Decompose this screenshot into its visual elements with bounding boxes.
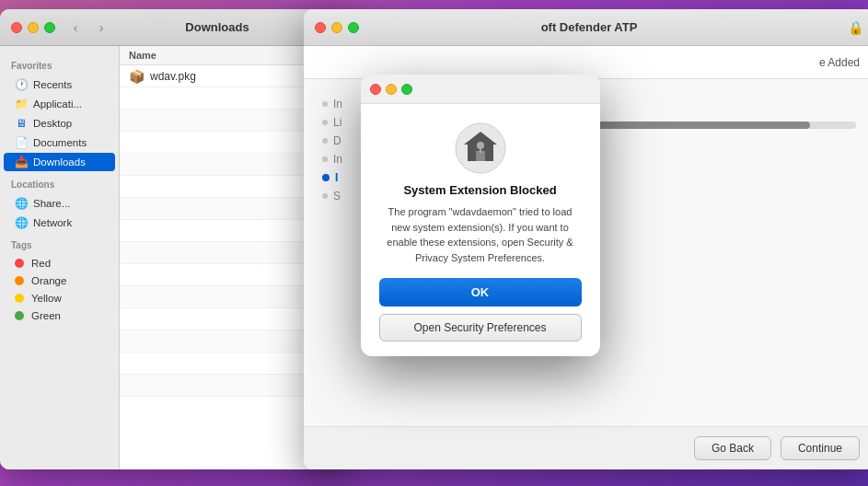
modal-traffic-lights xyxy=(370,84,412,95)
modal-minimize-button[interactable] xyxy=(386,84,397,95)
system-extension-dialog: System Extension Blocked The program "wd… xyxy=(361,75,600,356)
ok-button[interactable]: OK xyxy=(379,278,582,307)
modal-message: The program "wdavdaemon" tried to load n… xyxy=(379,204,582,265)
modal-title: System Extension Blocked xyxy=(403,183,556,197)
modal-titlebar xyxy=(361,75,600,104)
modal-overlay: System Extension Blocked The program "wd… xyxy=(0,0,868,486)
security-house-icon xyxy=(455,122,506,174)
open-security-preferences-button[interactable]: Open Security Preferences xyxy=(379,314,582,341)
modal-close-button[interactable] xyxy=(370,84,381,95)
modal-maximize-button[interactable] xyxy=(401,84,412,95)
security-icon-container xyxy=(455,122,506,174)
